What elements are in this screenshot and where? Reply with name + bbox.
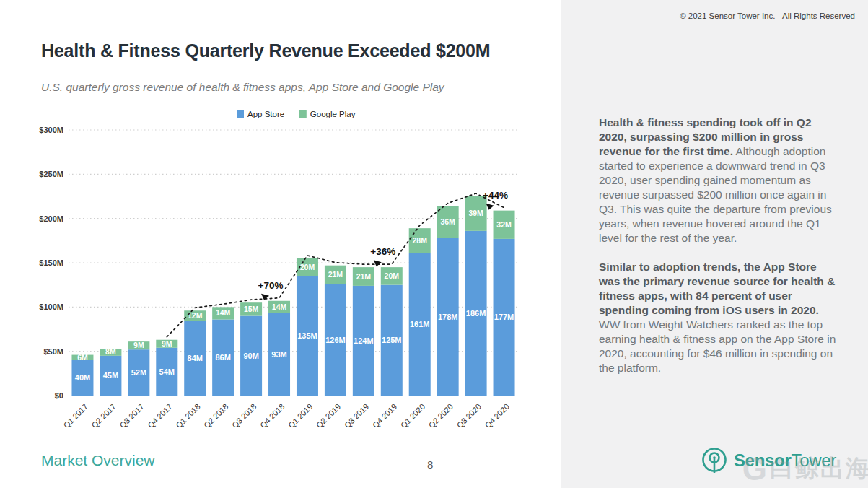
section-label: Market Overview	[41, 452, 155, 469]
bar-value-appstore: 52M	[131, 368, 146, 377]
legend-label: App Store	[247, 110, 284, 118]
x-tick-label: Q3 2017	[118, 402, 145, 430]
commentary-panel: © 2021 Sensor Tower Inc. - All Rights Re…	[561, 0, 868, 488]
x-tick-label: Q4 2020	[483, 402, 511, 430]
bar-value-googleplay: 6M	[77, 353, 88, 362]
bar-value-appstore: 45M	[103, 371, 118, 380]
commentary-paragraph-1: Health & fitness spending took off in Q2…	[599, 116, 840, 245]
trend-arrowhead	[261, 294, 269, 300]
x-tick-label: Q3 2018	[230, 402, 258, 430]
bar-value-appstore: 93M	[271, 350, 286, 359]
slide-canvas: Health & Fitness Quarterly Revenue Excee…	[0, 0, 868, 488]
chart-legend: App StoreGoogle Play	[237, 110, 356, 118]
bar-value-googleplay: 21M	[356, 272, 372, 281]
x-tick-label: Q2 2018	[202, 402, 229, 430]
sensortower-logo-text: SensorTower	[734, 450, 836, 471]
commentary-paragraph-2: Similar to adoption trends, the App Stor…	[599, 260, 840, 375]
bar-value-appstore: 125M	[382, 336, 402, 344]
x-tick-label: Q1 2017	[62, 402, 89, 430]
trend-arrowhead	[486, 204, 494, 210]
bar-value-googleplay: 9M	[133, 341, 144, 349]
bar-value-appstore: 84M	[188, 354, 203, 362]
bar-value-googleplay: 20M	[385, 271, 400, 280]
bar-value-appstore: 177M	[494, 313, 514, 321]
y-tick-label: $250M	[39, 170, 63, 178]
bar-value-googleplay: 14M	[272, 302, 287, 311]
bar-value-googleplay: 14M	[216, 308, 231, 317]
bar-value-appstore: 86M	[215, 353, 230, 362]
y-tick-label: $100M	[39, 302, 63, 311]
y-tick-label: $0	[55, 391, 63, 400]
y-tick-label: $200M	[39, 214, 63, 223]
bar-value-appstore: 90M	[243, 352, 258, 360]
x-tick-label: Q3 2020	[455, 402, 483, 430]
paragraph-2-lead: Similar to adoption trends, the App Stor…	[599, 261, 835, 316]
x-tick-label: Q4 2017	[146, 402, 173, 430]
x-tick-label: Q1 2018	[174, 402, 201, 430]
x-tick-label: Q2 2020	[427, 402, 455, 430]
x-tick-label: Q1 2020	[399, 402, 426, 430]
bar-value-googleplay: 36M	[440, 217, 455, 226]
trend-arrowhead	[374, 260, 382, 266]
bar-value-googleplay: 28M	[413, 236, 428, 245]
bar-value-appstore: 54M	[159, 367, 175, 376]
growth-annotation: +44%	[483, 190, 508, 201]
x-tick-label: Q4 2018	[258, 402, 286, 430]
page-number: 8	[427, 458, 433, 471]
bar-value-googleplay: 15M	[244, 305, 259, 313]
growth-annotation: +36%	[370, 246, 395, 257]
copyright-text: © 2021 Sensor Tower Inc. - All Rights Re…	[680, 12, 855, 20]
bar-value-googleplay: 32M	[496, 220, 512, 229]
bar-value-appstore: 186M	[466, 309, 486, 318]
x-tick-label: Q2 2017	[89, 402, 117, 430]
bar-value-appstore: 126M	[325, 336, 346, 344]
bar-value-googleplay: 9M	[162, 339, 172, 348]
bar-value-appstore: 135M	[297, 331, 317, 340]
chart-subtitle: U.S. quarterly gross revenue of health &…	[41, 81, 444, 94]
legend-label: Google Play	[310, 110, 356, 118]
y-tick-label: $150M	[39, 258, 63, 267]
bar-value-googleplay: 12M	[188, 311, 203, 320]
chart-svg: $0$50M$100M$150M$200M$250M$300MApp Store…	[29, 101, 527, 440]
x-tick-label: Q3 2019	[343, 402, 370, 430]
bar-value-googleplay: 39M	[468, 209, 483, 217]
commentary-text: Health & fitness spending took off in Q2…	[599, 116, 840, 390]
x-tick-label: Q1 2019	[286, 402, 314, 430]
bar-value-appstore: 40M	[75, 373, 90, 382]
x-tick-label: Q4 2019	[371, 402, 398, 430]
sensortower-logo: SensorTower	[700, 446, 836, 475]
y-tick-label: $300M	[39, 126, 63, 134]
bar-value-googleplay: 21M	[328, 270, 343, 279]
paragraph-1-body: Although adoption started to experience …	[599, 145, 832, 244]
revenue-stacked-bar-chart: $0$50M$100M$150M$200M$250M$300MApp Store…	[29, 101, 527, 440]
bar-value-appstore: 161M	[410, 320, 430, 328]
x-tick-label: Q2 2019	[315, 402, 342, 430]
bar-value-appstore: 124M	[354, 336, 374, 345]
bar-value-googleplay: 8M	[105, 347, 116, 356]
paragraph-2-body: WW from Weight Watchers ranked as the to…	[599, 318, 836, 374]
sensortower-logo-icon	[700, 446, 729, 475]
growth-annotation: +70%	[258, 280, 284, 291]
page-title: Health & Fitness Quarterly Revenue Excee…	[41, 40, 490, 61]
y-tick-label: $50M	[43, 347, 63, 356]
bar-value-appstore: 178M	[438, 313, 458, 321]
bars: 40M6MQ1 201745M8MQ2 201752M9MQ3 201754M9…	[62, 196, 515, 430]
